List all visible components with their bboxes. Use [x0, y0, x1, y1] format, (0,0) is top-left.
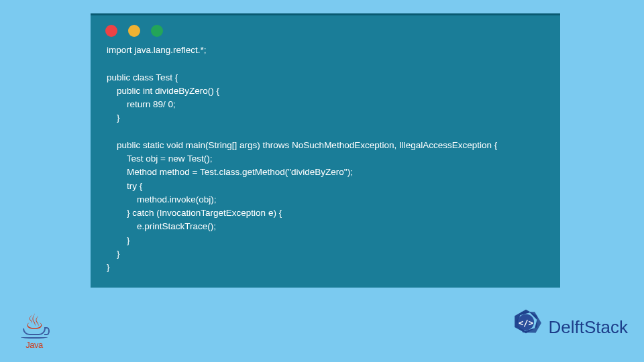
- delftstack-logo: </> DelftStack: [507, 308, 629, 346]
- code-window: import java.lang.reflect.*; public class…: [91, 13, 560, 288]
- java-cup-icon: [23, 328, 46, 335]
- delftstack-label: DelftStack: [549, 317, 629, 338]
- java-label: Java: [25, 340, 42, 350]
- java-saucer-icon: [21, 336, 48, 339]
- code-block: import java.lang.reflect.*; public class…: [91, 44, 560, 280]
- minimize-icon[interactable]: [128, 25, 140, 37]
- svg-text:</>: </>: [519, 318, 533, 328]
- close-icon[interactable]: [105, 25, 117, 37]
- delftstack-icon: </>: [507, 308, 545, 346]
- maximize-icon[interactable]: [151, 25, 163, 37]
- java-logo: ♨ Java: [17, 303, 51, 350]
- window-traffic-lights: [91, 15, 560, 44]
